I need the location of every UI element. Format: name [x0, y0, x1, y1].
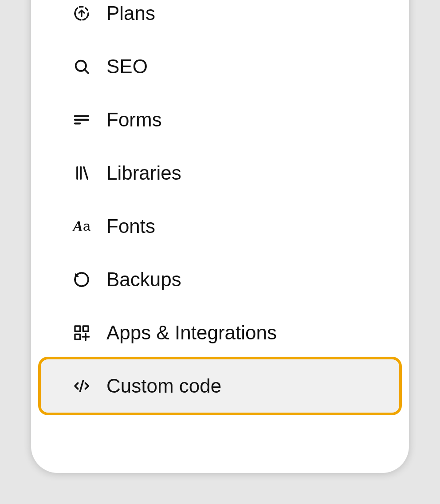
sidebar-item-forms[interactable]: Forms: [41, 93, 399, 146]
svg-line-8: [84, 167, 87, 179]
sidebar-item-label: SEO: [106, 55, 148, 78]
sidebar-item-apps-integrations[interactable]: Apps & Integrations: [41, 306, 399, 359]
svg-rect-10: [83, 326, 88, 331]
libraries-icon: [72, 163, 91, 183]
fonts-icon: Aa: [72, 217, 91, 236]
svg-line-14: [80, 381, 83, 391]
sidebar-item-label: Fonts: [106, 215, 155, 237]
settings-panel: Plans SEO Forms: [31, 0, 409, 473]
sidebar-item-label: Backups: [106, 268, 181, 291]
sidebar-item-libraries[interactable]: Libraries: [41, 146, 399, 200]
sidebar-item-backups[interactable]: Backups: [41, 253, 399, 306]
upload-circle-icon: [72, 4, 91, 23]
apps-icon: [72, 323, 91, 343]
sidebar-item-label: Libraries: [106, 162, 181, 184]
sidebar-item-label: Plans: [106, 2, 155, 24]
forms-icon: [72, 110, 91, 130]
settings-menu: Plans SEO Forms: [31, 0, 409, 413]
sidebar-item-fonts[interactable]: Aa Fonts: [41, 200, 399, 253]
svg-rect-11: [75, 334, 80, 339]
sidebar-item-label: Forms: [106, 109, 162, 131]
undo-icon: [72, 270, 91, 289]
sidebar-item-custom-code[interactable]: Custom code: [41, 359, 399, 413]
search-icon: [72, 57, 91, 76]
sidebar-item-label: Custom code: [106, 375, 221, 397]
svg-rect-9: [75, 326, 80, 331]
sidebar-item-label: Apps & Integrations: [106, 322, 277, 344]
code-icon: [72, 376, 91, 396]
sidebar-item-seo[interactable]: SEO: [41, 40, 399, 93]
svg-line-2: [85, 70, 88, 73]
sidebar-item-plans[interactable]: Plans: [41, 0, 399, 40]
